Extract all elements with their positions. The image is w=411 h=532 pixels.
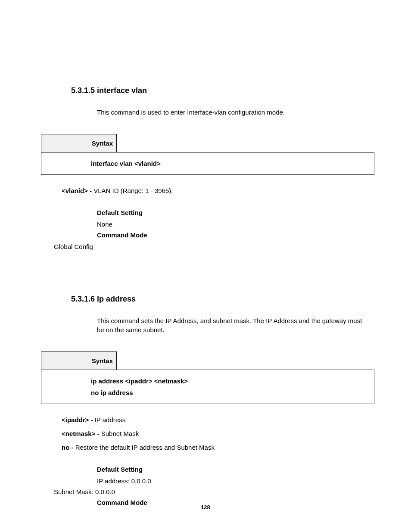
param-desc: Subnet Mask [101, 430, 139, 437]
default-setting-label: Default Setting [97, 466, 374, 473]
section-number: 5.3.1.5 [71, 86, 95, 95]
default-setting-value: None [97, 221, 374, 228]
param-name: <vlanid> [62, 187, 88, 194]
default-setting-label: Default Setting [97, 209, 374, 216]
command-mode-label: Command Mode [97, 231, 374, 239]
command-mode-value: Global Config [54, 243, 374, 250]
param-desc: IP address [95, 416, 125, 423]
param-line: <netmask> - Subnet Mask [62, 429, 374, 439]
param-name: <netmask> [62, 430, 95, 437]
param-line: no - Restore the default IP address and … [62, 442, 374, 453]
section-heading: 5.3.1.5 interface vlan [71, 86, 374, 95]
syntax-label: Syntax [41, 134, 117, 152]
param-dash: - [95, 430, 101, 437]
section-title: ip address [97, 295, 136, 303]
syntax-command-text: interface vlan <vlanid> [91, 158, 370, 169]
default-setting-value-1: IP address: 0.0.0.0 [97, 477, 374, 485]
syntax-command-text-1: ip address <ipaddr> <netmask> [91, 375, 370, 387]
syntax-empty [117, 134, 374, 152]
page-number: 128 [0, 504, 411, 510]
syntax-label: Syntax [41, 352, 117, 370]
syntax-table: Syntax ip address <ipaddr> <netmask> no … [41, 352, 374, 404]
param-dash: - [69, 444, 75, 451]
syntax-empty [117, 352, 374, 370]
param-line: <ipaddr> - IP address [62, 415, 374, 425]
section-description: This command is used to enter Interface-… [97, 108, 370, 117]
section-title: interface vlan [97, 86, 147, 95]
param-dash: - [89, 416, 94, 423]
param-desc: VLAN ID (Range: 1 - 3965). [93, 187, 173, 194]
param-desc: Restore the default IP address and Subne… [75, 444, 215, 451]
param-line: <vlanid> - VLAN ID (Range: 1 - 3965). [62, 186, 374, 196]
param-dash: - [88, 187, 93, 194]
syntax-command: interface vlan <vlanid> [41, 152, 374, 175]
param-name: no [62, 444, 69, 451]
section-number: 5.3.1.6 [71, 295, 95, 303]
syntax-command: ip address <ipaddr> <netmask> no ip addr… [41, 370, 374, 404]
default-setting-value-2: Subnet Mask: 0.0.0.0 [54, 488, 374, 495]
section-description: This command sets the IP Address, and su… [97, 317, 370, 334]
section-heading: 5.3.1.6 ip address [71, 295, 374, 304]
syntax-command-text-2: no ip address [91, 387, 370, 398]
param-name: <ipaddr> [62, 416, 89, 423]
syntax-table: Syntax interface vlan <vlanid> [41, 134, 374, 175]
